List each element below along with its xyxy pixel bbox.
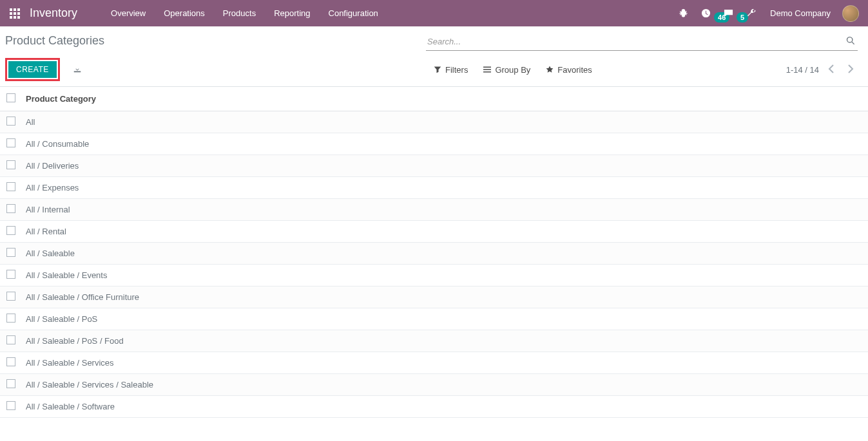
- row-name: All / Rental: [21, 221, 868, 243]
- row-name: All / Saleable / Events: [21, 265, 868, 286]
- svg-rect-6: [10, 16, 12, 19]
- search-input[interactable]: [426, 34, 844, 49]
- messaging-icon[interactable]: 5: [717, 0, 740, 26]
- groupby-label: Group By: [495, 65, 530, 75]
- row-name: All / Expenses: [21, 177, 868, 199]
- table-row[interactable]: All / Deliveries: [0, 155, 868, 177]
- pager-prev[interactable]: [824, 62, 838, 78]
- filters-button[interactable]: Filters: [426, 62, 476, 77]
- create-button[interactable]: CREATE: [8, 61, 57, 78]
- breadcrumb: Product Categories: [5, 32, 104, 52]
- apps-icon[interactable]: [6, 5, 23, 22]
- filter-icon: [434, 66, 441, 73]
- nav-overview[interactable]: Overview: [103, 2, 153, 24]
- row-checkbox[interactable]: [6, 357, 15, 366]
- row-checkbox[interactable]: [6, 401, 15, 410]
- svg-rect-9: [483, 67, 491, 68]
- row-name: All / Saleable / Services: [21, 352, 868, 374]
- nav-operations[interactable]: Operations: [156, 2, 213, 24]
- nav-menu: Overview Operations Products Reporting C…: [103, 2, 386, 24]
- row-name: All / Saleable / Software: [21, 396, 868, 418]
- svg-rect-11: [483, 71, 491, 73]
- list-icon: [483, 66, 491, 73]
- svg-rect-5: [17, 12, 20, 15]
- row-name: All / Deliveries: [21, 155, 868, 177]
- activity-icon[interactable]: 46: [695, 0, 717, 26]
- export-icon[interactable]: [66, 61, 88, 79]
- row-checkbox[interactable]: [6, 226, 15, 235]
- table-row[interactable]: All / Saleable / Services: [0, 352, 868, 374]
- row-checkbox[interactable]: [6, 248, 15, 257]
- row-checkbox[interactable]: [6, 335, 15, 344]
- row-name: All / Saleable / Services / Saleable: [21, 374, 868, 396]
- row-checkbox[interactable]: [6, 314, 15, 323]
- app-brand[interactable]: Inventory: [30, 6, 77, 20]
- row-name: All / Internal: [21, 199, 868, 221]
- row-checkbox[interactable]: [6, 270, 15, 279]
- star-icon: [546, 66, 554, 73]
- row-checkbox[interactable]: [6, 379, 15, 388]
- table-row[interactable]: All / Saleable / Services / Saleable: [0, 374, 868, 396]
- table-row[interactable]: All / Saleable: [0, 243, 868, 265]
- nav-products[interactable]: Products: [215, 2, 264, 24]
- avatar[interactable]: [842, 5, 859, 22]
- pager-next[interactable]: [844, 62, 858, 78]
- svg-rect-0: [10, 8, 12, 11]
- table-row[interactable]: All / Saleable / PoS: [0, 308, 868, 330]
- svg-rect-8: [17, 16, 20, 19]
- row-checkbox[interactable]: [6, 160, 15, 169]
- row-checkbox[interactable]: [6, 117, 15, 126]
- svg-rect-2: [17, 8, 20, 11]
- svg-rect-1: [14, 8, 16, 11]
- favorites-button[interactable]: Favorites: [538, 62, 599, 77]
- svg-rect-4: [14, 12, 16, 15]
- table-row[interactable]: All: [0, 111, 868, 133]
- table-row[interactable]: All / Consumable: [0, 133, 868, 155]
- svg-rect-3: [10, 12, 12, 15]
- svg-rect-10: [483, 69, 491, 70]
- search-bar: [426, 33, 858, 51]
- list-view: Product Category AllAll / ConsumableAll …: [0, 87, 868, 418]
- nav-configuration[interactable]: Configuration: [321, 2, 386, 24]
- column-header-product-category[interactable]: Product Category: [21, 87, 868, 111]
- row-name: All / Saleable: [21, 243, 868, 265]
- debug-icon[interactable]: [672, 0, 695, 26]
- table-row[interactable]: All / Saleable / Events: [0, 265, 868, 286]
- select-all-checkbox[interactable]: [6, 93, 15, 102]
- row-name: All: [21, 111, 868, 133]
- company-name[interactable]: Demo Company: [762, 8, 838, 18]
- row-name: All / Saleable / PoS: [21, 308, 868, 330]
- pager: 1-14 / 14: [786, 62, 858, 78]
- systray: 46 5 Demo Company: [672, 0, 863, 26]
- table-row[interactable]: All / Rental: [0, 221, 868, 243]
- pager-text: 1-14 / 14: [786, 65, 819, 75]
- search-icon[interactable]: [844, 36, 858, 47]
- nav-reporting[interactable]: Reporting: [266, 2, 318, 24]
- favorites-label: Favorites: [557, 65, 592, 75]
- groupby-button[interactable]: Group By: [476, 62, 538, 77]
- row-checkbox[interactable]: [6, 204, 15, 213]
- row-name: All / Saleable / PoS / Food: [21, 330, 868, 352]
- row-checkbox[interactable]: [6, 138, 15, 147]
- svg-rect-7: [14, 16, 16, 19]
- row-name: All / Consumable: [21, 133, 868, 155]
- table-row[interactable]: All / Saleable / Office Furniture: [0, 286, 868, 308]
- table-row[interactable]: All / Expenses: [0, 177, 868, 199]
- create-highlight: CREATE: [5, 58, 60, 81]
- tools-icon[interactable]: [740, 0, 762, 26]
- table-row[interactable]: All / Internal: [0, 199, 868, 221]
- filters-label: Filters: [445, 65, 468, 75]
- table-row[interactable]: All / Saleable / Software: [0, 396, 868, 418]
- row-checkbox[interactable]: [6, 292, 15, 301]
- row-checkbox[interactable]: [6, 182, 15, 191]
- navbar: Inventory Overview Operations Products R…: [0, 0, 868, 26]
- row-name: All / Saleable / Office Furniture: [21, 286, 868, 308]
- table-row[interactable]: All / Saleable / PoS / Food: [0, 330, 868, 352]
- control-panel: Product Categories CREATE Filters Group: [0, 26, 868, 87]
